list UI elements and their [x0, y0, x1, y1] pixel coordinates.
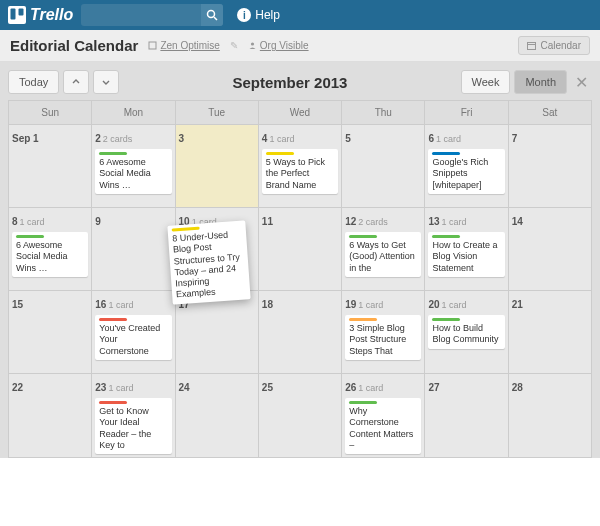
calendar-cell[interactable]: 131 cardHow to Create a Blog Vision Stat…	[425, 208, 507, 290]
calendar-cell[interactable]: 81 card6 Awesome Social Media Wins …	[9, 208, 91, 290]
card-label	[432, 235, 460, 238]
day-number: 23	[95, 382, 106, 393]
calendar-card[interactable]: You've Created Your Cornerstone	[95, 315, 171, 360]
month-button[interactable]: Month	[514, 70, 567, 94]
calendar-card[interactable]: 6 Awesome Social Media Wins …	[12, 232, 88, 277]
day-number: 25	[262, 382, 273, 393]
calendar-cell[interactable]: 201 cardHow to Build Blog Community	[425, 291, 507, 373]
card-count: 1 card	[269, 134, 294, 144]
trello-logo[interactable]: Trello	[8, 6, 73, 24]
day-number: 8	[12, 216, 18, 227]
calendar-cell[interactable]: 17	[176, 291, 258, 373]
day-number: 9	[95, 216, 101, 227]
calendar-cell[interactable]: 3	[176, 125, 258, 207]
card-title: How to Build Blog Community	[432, 323, 500, 346]
calendar-cell[interactable]: 15	[9, 291, 91, 373]
week-button[interactable]: Week	[461, 70, 511, 94]
search-icon	[206, 9, 218, 21]
calendar-cell[interactable]: 191 card3 Simple Blog Post Structure Ste…	[342, 291, 424, 373]
edit-icon[interactable]: ✎	[230, 40, 238, 51]
day-number: 14	[512, 216, 523, 227]
calendar-button[interactable]: Calendar	[518, 36, 590, 55]
card-label	[171, 227, 199, 232]
card-title: Why Cornerstone Content Matters –	[349, 406, 417, 451]
board-title[interactable]: Editorial Calendar	[10, 37, 138, 54]
visibility-link[interactable]: Org Visible	[248, 40, 309, 51]
calendar-cell[interactable]: 18	[259, 291, 341, 373]
calendar-card[interactable]: 3 Simple Blog Post Structure Steps That	[345, 315, 421, 360]
search-button[interactable]	[201, 4, 223, 26]
search-box[interactable]	[81, 4, 223, 26]
day-header: Sun	[9, 101, 91, 124]
day-number: 6	[428, 133, 434, 144]
calendar-cell[interactable]: 41 card5 Ways to Pick the Perfect Brand …	[259, 125, 341, 207]
calendar-cell[interactable]: 28	[509, 374, 591, 457]
calendar-grid: SunMonTueWedThuFriSatSep 122 cards6 Awes…	[8, 100, 592, 458]
calendar-cell[interactable]: 261 cardWhy Cornerstone Content Matters …	[342, 374, 424, 457]
calendar-card[interactable]: 5 Ways to Pick the Perfect Brand Name	[262, 149, 338, 194]
day-number: 19	[345, 299, 356, 310]
day-number: 18	[262, 299, 273, 310]
calendar-cell[interactable]: 7	[509, 125, 591, 207]
calendar-card[interactable]: How to Build Blog Community	[428, 315, 504, 349]
board-header: Editorial Calendar Zen Optimise ✎ Org Vi…	[0, 30, 600, 62]
calendar-card[interactable]: 6 Awesome Social Media Wins …	[95, 149, 171, 194]
calendar-card[interactable]: Why Cornerstone Content Matters –	[345, 398, 421, 454]
calendar-cell[interactable]: 5	[342, 125, 424, 207]
calendar-card[interactable]: 6 Ways to Get (Good) Attention in the	[345, 232, 421, 277]
calendar-card[interactable]: How to Create a Blog Vision Statement	[428, 232, 504, 277]
day-number: 7	[512, 133, 518, 144]
calendar-cell[interactable]: 14	[509, 208, 591, 290]
next-button[interactable]	[93, 70, 119, 94]
card-title: 6 Awesome Social Media Wins …	[99, 157, 167, 191]
org-link[interactable]: Zen Optimise	[148, 40, 219, 51]
day-number: 4	[262, 133, 268, 144]
day-number: 16	[95, 299, 106, 310]
card-count: 1 card	[20, 217, 45, 227]
card-label	[432, 152, 460, 155]
svg-point-3	[208, 11, 215, 18]
close-icon[interactable]: ✕	[571, 73, 592, 92]
dragging-card[interactable]: 8 Under-Used Blog Post Structures to Try…	[167, 220, 250, 304]
calendar-cell[interactable]: 27	[425, 374, 507, 457]
calendar-cell[interactable]: 25	[259, 374, 341, 457]
day-number: 5	[345, 133, 351, 144]
calendar-cell[interactable]: 101 card8 Under-Used Blog Post Structure…	[176, 208, 258, 290]
day-header: Fri	[425, 101, 507, 124]
calendar-cell[interactable]: 161 cardYou've Created Your Cornerstone	[92, 291, 174, 373]
card-title: Get to Know Your Ideal Reader – the Key …	[99, 406, 167, 451]
card-title: How to Create a Blog Vision Statement	[432, 240, 500, 274]
calendar-cell[interactable]: 22 cards6 Awesome Social Media Wins …	[92, 125, 174, 207]
calendar-cell[interactable]: 122 cards6 Ways to Get (Good) Attention …	[342, 208, 424, 290]
calendar-cell[interactable]: 61 cardGoogle's Rich Snippets [whitepape…	[425, 125, 507, 207]
calendar-cell[interactable]: Sep 1	[9, 125, 91, 207]
today-button[interactable]: Today	[8, 70, 59, 94]
calendar-cell[interactable]: 21	[509, 291, 591, 373]
svg-point-6	[251, 42, 254, 45]
day-number: 24	[179, 382, 190, 393]
day-header: Tue	[176, 101, 258, 124]
help-link[interactable]: i Help	[237, 8, 280, 22]
day-header: Sat	[509, 101, 591, 124]
card-label	[349, 401, 377, 404]
calendar-card[interactable]: Google's Rich Snippets [whitepaper]	[428, 149, 504, 194]
calendar-cell[interactable]: 24	[176, 374, 258, 457]
card-count: 1 card	[442, 217, 467, 227]
day-number: 21	[512, 299, 523, 310]
prev-button[interactable]	[63, 70, 89, 94]
calendar-card[interactable]: Get to Know Your Ideal Reader – the Key …	[95, 398, 171, 454]
calendar-cell[interactable]: 231 cardGet to Know Your Ideal Reader – …	[92, 374, 174, 457]
day-number: 20	[428, 299, 439, 310]
calendar-cell[interactable]: 11	[259, 208, 341, 290]
svg-rect-5	[149, 42, 156, 49]
card-label	[432, 318, 460, 321]
day-number: 28	[512, 382, 523, 393]
card-label	[99, 401, 127, 404]
calendar-cell[interactable]: 22	[9, 374, 91, 457]
day-number: 22	[12, 382, 23, 393]
svg-rect-2	[19, 9, 24, 16]
calendar-cell[interactable]: 9	[92, 208, 174, 290]
search-input[interactable]	[81, 8, 201, 22]
day-number: 27	[428, 382, 439, 393]
card-label	[99, 152, 127, 155]
